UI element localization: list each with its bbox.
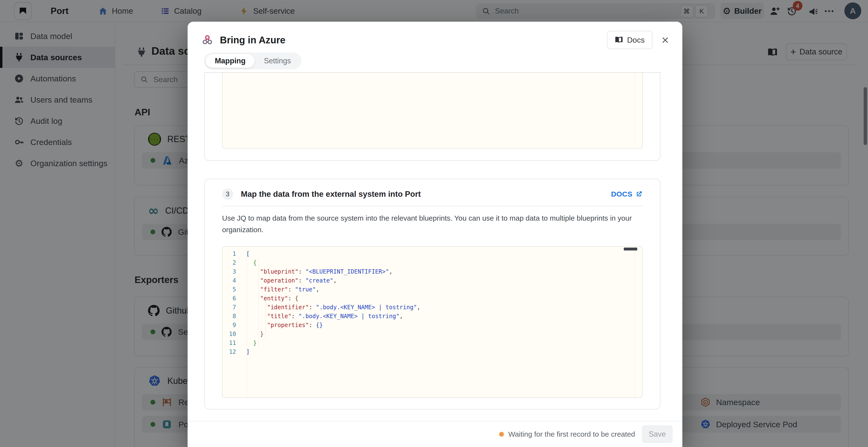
code-line[interactable]: 6 "entity": {	[222, 294, 642, 303]
line-number: 4	[222, 276, 241, 285]
line-number: 9	[222, 321, 241, 330]
line-number: 7	[222, 303, 241, 312]
code-line[interactable]: 9 "properties": {}	[222, 321, 642, 330]
step-title: Map the data from the external system in…	[241, 190, 421, 199]
editor-scroll-track	[635, 73, 635, 145]
modal-tabs: Mapping Settings	[204, 53, 302, 69]
line-number: 12	[222, 347, 241, 356]
step-card-mapping: 3 Map the data from the external system …	[204, 179, 660, 409]
azure-integration-icon	[202, 34, 213, 46]
code-line[interactable]: 4 "operation": "create",	[222, 276, 642, 285]
bring-in-azure-modal: Bring in Azure Docs × Mapping Settings 3	[188, 22, 682, 447]
jq-mapping-editor[interactable]: 1[2 {3 "blueprint": "<BLUEPRINT_IDENTIFI…	[222, 246, 643, 398]
line-number: 10	[222, 330, 241, 339]
code-line[interactable]: 8 "title": ".body.<KEY_NAME> | tostring"…	[222, 312, 642, 321]
external-link-icon	[635, 191, 643, 198]
modal-footer: Waiting for the first record to be creat…	[188, 421, 682, 447]
modal-header: Bring in Azure Docs ×	[202, 30, 669, 49]
waiting-status-dot	[499, 432, 504, 437]
code-line[interactable]: 7 "identifier": ".body.<KEY_NAME> | tost…	[222, 303, 642, 312]
save-button[interactable]: Save	[642, 425, 673, 443]
line-number: 11	[222, 339, 241, 347]
line-number: 8	[222, 312, 241, 321]
book-icon	[615, 36, 623, 44]
line-number: 2	[222, 259, 241, 267]
code-line[interactable]: 11 }	[222, 339, 642, 347]
close-icon[interactable]: ×	[661, 34, 669, 46]
step-description: Use JQ to map data from the source syste…	[222, 212, 642, 236]
code-lines[interactable]: 1[2 {3 "blueprint": "<BLUEPRINT_IDENTIFI…	[222, 247, 642, 356]
code-line[interactable]: 2 {	[222, 259, 642, 267]
modal-title: Bring in Azure	[220, 35, 285, 45]
step-header: 3 Map the data from the external system …	[222, 188, 643, 200]
step-number-badge: 3	[222, 188, 233, 200]
line-number: 1	[222, 249, 241, 259]
code-line[interactable]: 10 }	[222, 330, 642, 339]
line-number: 3	[222, 267, 241, 276]
code-line[interactable]: 12]	[222, 347, 642, 356]
app-screen: Port Home Catalog Self-service ⌘	[0, 0, 868, 447]
waiting-status-text: Waiting for the first record to be creat…	[508, 430, 635, 438]
line-number: 6	[222, 294, 241, 303]
docs-link[interactable]: DOCS	[611, 190, 643, 198]
code-editor-partial[interactable]	[222, 73, 643, 148]
code-line[interactable]: 3 "blueprint": "<BLUEPRINT_IDENTIFIER>",	[222, 267, 642, 276]
step-divider	[222, 206, 643, 206]
docs-button[interactable]: Docs	[607, 31, 652, 49]
modal-content: 3 Map the data from the external system …	[188, 72, 682, 421]
tab-mapping[interactable]: Mapping	[206, 54, 255, 68]
code-line[interactable]: 1[	[222, 249, 642, 259]
line-number: 5	[222, 285, 241, 294]
tab-settings[interactable]: Settings	[255, 54, 300, 68]
code-line[interactable]: 5 "filter": "true",	[222, 285, 642, 294]
step-card-partial	[204, 72, 660, 161]
